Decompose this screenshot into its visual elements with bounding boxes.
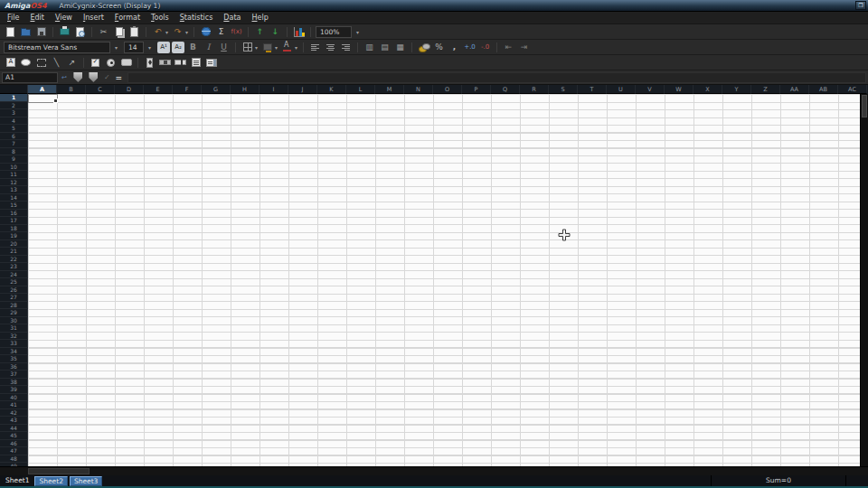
- row-header-47[interactable]: 47: [0, 447, 28, 455]
- formula-input[interactable]: [127, 72, 866, 83]
- cancel-button[interactable]: [71, 71, 85, 84]
- row-header-9[interactable]: 9: [0, 155, 28, 164]
- create-radio-button-button[interactable]: [104, 56, 118, 70]
- row-header-41[interactable]: 41: [0, 401, 28, 409]
- create-slider-button[interactable]: [174, 56, 187, 70]
- align-center-button[interactable]: [324, 41, 337, 54]
- paste-button[interactable]: [127, 25, 141, 39]
- row-header-26[interactable]: 26: [0, 286, 28, 295]
- column-header-K[interactable]: K: [317, 85, 346, 94]
- cut-button[interactable]: ✂: [97, 25, 110, 39]
- accept-button[interactable]: [87, 71, 100, 84]
- row-header-18[interactable]: 18: [0, 225, 28, 233]
- underline-button[interactable]: U: [217, 41, 231, 54]
- background-color-dropdown-icon[interactable]: ▾: [275, 44, 278, 51]
- column-header-J[interactable]: J: [288, 85, 317, 94]
- row-header-13[interactable]: 13: [0, 186, 28, 194]
- undo-button[interactable]: ↶: [151, 25, 165, 39]
- row-header-48[interactable]: 48: [0, 455, 28, 464]
- horizontal-scrollbar-thumb[interactable]: [28, 468, 90, 474]
- row-header-35[interactable]: 35: [0, 355, 28, 363]
- menu-format[interactable]: Format: [109, 12, 146, 23]
- row-header-43[interactable]: 43: [0, 417, 28, 425]
- row-header-37[interactable]: 37: [0, 371, 28, 379]
- row-header-14[interactable]: 14: [0, 194, 28, 202]
- vertical-scrollbar-thumb[interactable]: [862, 95, 867, 117]
- column-header-S[interactable]: S: [549, 85, 578, 94]
- menu-tools[interactable]: Tools: [146, 12, 175, 23]
- row-header-39[interactable]: 39: [0, 386, 28, 394]
- row-header-19[interactable]: 19: [0, 232, 28, 240]
- insert-chart-button[interactable]: [292, 25, 306, 39]
- column-header-R[interactable]: R: [520, 85, 549, 94]
- borders-button[interactable]: [241, 41, 254, 54]
- sum-button[interactable]: Σ: [214, 25, 228, 39]
- create-scrollbar-button[interactable]: [158, 56, 172, 70]
- column-header-A[interactable]: A: [28, 85, 57, 94]
- row-header-21[interactable]: 21: [0, 248, 28, 256]
- column-header-AB[interactable]: AB: [809, 85, 838, 94]
- accept-check-icon[interactable]: ✓: [104, 73, 110, 81]
- vertical-scrollbar[interactable]: [860, 94, 868, 466]
- sort-descending-button[interactable]: ↓: [269, 25, 282, 39]
- row-header-10[interactable]: 10: [0, 164, 28, 172]
- menu-view[interactable]: View: [50, 12, 78, 23]
- row-header-17[interactable]: 17: [0, 217, 28, 225]
- sheet-tab-sheet3[interactable]: Sheet3: [70, 476, 102, 486]
- column-header-M[interactable]: M: [375, 85, 404, 94]
- active-cell-selection[interactable]: [28, 94, 58, 103]
- insert-hyperlink-button[interactable]: [199, 25, 212, 39]
- font-name-combo-dropdown-icon[interactable]: ▾: [111, 44, 121, 51]
- menu-edit[interactable]: Edit: [24, 12, 50, 23]
- increase-precision-button[interactable]: +.0: [463, 41, 476, 54]
- grid-corner[interactable]: [0, 85, 28, 94]
- row-header-31[interactable]: 31: [0, 324, 28, 333]
- create-button-button[interactable]: [119, 56, 133, 70]
- row-header-29[interactable]: 29: [0, 309, 28, 317]
- column-header-O[interactable]: O: [433, 85, 462, 94]
- create-ellipse-button[interactable]: [19, 56, 33, 70]
- sort-ascending-button[interactable]: ↑: [253, 25, 267, 39]
- new-file-button[interactable]: [4, 25, 17, 39]
- subscript-button[interactable]: A₂: [172, 42, 184, 53]
- font-color-dropdown-icon[interactable]: ▾: [295, 44, 297, 51]
- decrease-precision-button[interactable]: -.0: [478, 41, 492, 54]
- align-right-button[interactable]: [339, 41, 353, 54]
- cell-name-box[interactable]: A1: [2, 72, 58, 83]
- maximize-button[interactable]: ❐: [855, 1, 866, 10]
- column-header-T[interactable]: T: [578, 85, 607, 94]
- row-header-36[interactable]: 36: [0, 363, 28, 371]
- column-header-AA[interactable]: AA: [780, 85, 809, 94]
- row-header-34[interactable]: 34: [0, 348, 28, 356]
- column-header-I[interactable]: I: [259, 85, 288, 94]
- format-as-money-button[interactable]: [417, 41, 430, 54]
- row-header-5[interactable]: 5: [0, 125, 28, 133]
- column-header-Q[interactable]: Q: [491, 85, 520, 94]
- column-header-V[interactable]: V: [636, 85, 665, 94]
- column-header-Y[interactable]: Y: [722, 85, 751, 94]
- italic-button[interactable]: I: [202, 41, 215, 54]
- column-header-W[interactable]: W: [665, 85, 693, 94]
- create-frame-button[interactable]: [34, 56, 48, 70]
- row-header-12[interactable]: 12: [0, 179, 28, 187]
- row-header-1[interactable]: 1: [0, 94, 28, 102]
- print-preview-button[interactable]: [73, 25, 87, 39]
- namebox-dropdown-icon[interactable]: ↩: [61, 74, 67, 81]
- borders-dropdown-icon[interactable]: ▾: [255, 44, 258, 51]
- row-header-11[interactable]: 11: [0, 171, 28, 179]
- cell-area[interactable]: [28, 94, 868, 466]
- create-line-button[interactable]: ╲: [50, 56, 63, 70]
- create-label-button[interactable]: [4, 56, 17, 70]
- row-header-8[interactable]: 8: [0, 148, 28, 156]
- function-button[interactable]: f(x): [230, 25, 243, 39]
- horizontal-scrollbar[interactable]: [0, 466, 868, 475]
- menu-file[interactable]: File: [2, 12, 24, 23]
- save-button[interactable]: [34, 25, 48, 39]
- column-header-G[interactable]: G: [202, 85, 231, 94]
- menu-data[interactable]: Data: [218, 12, 246, 23]
- create-list-button[interactable]: [189, 56, 203, 70]
- column-header-L[interactable]: L: [346, 85, 375, 94]
- thousands-separator-button[interactable]: ,: [448, 41, 461, 54]
- column-header-E[interactable]: E: [144, 85, 173, 94]
- row-header-28[interactable]: 28: [0, 302, 28, 310]
